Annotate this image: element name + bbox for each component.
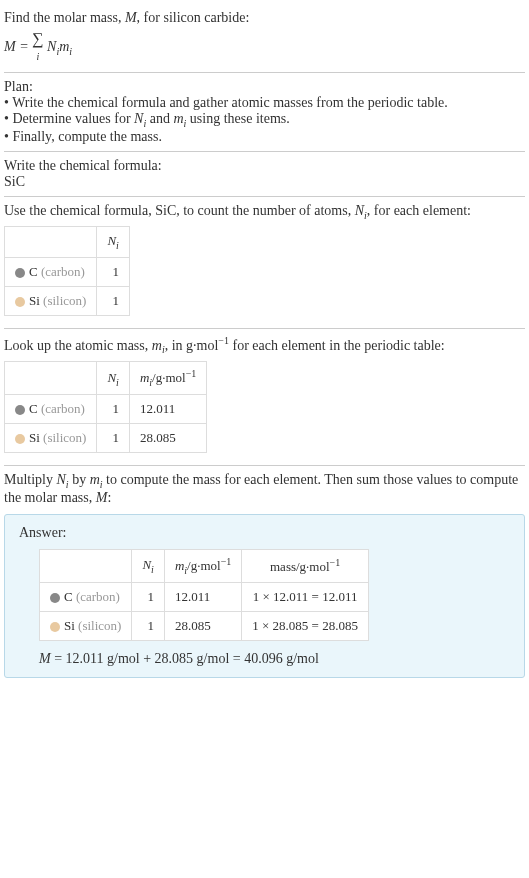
formula-m-sub: i: [69, 46, 72, 57]
sigma-icon: ∑: [32, 30, 43, 47]
mi-cell: 12.011: [164, 583, 241, 612]
table-row: Si (silicon) 1 28.085 1 × 28.085 = 28.08…: [40, 612, 369, 641]
chem-formula-value: SiC: [4, 174, 525, 190]
table-header-row: Ni: [5, 227, 130, 258]
intro-section: Find the molar mass, M, for silicon carb…: [4, 4, 525, 73]
count-text: Use the chemical formula, SiC, to count …: [4, 203, 525, 221]
lookup-section: Look up the atomic mass, mi, in g·mol−1 …: [4, 329, 525, 466]
count-table: Ni C (carbon) 1 Si (silicon) 1: [4, 226, 130, 316]
carbon-dot-icon: [15, 405, 25, 415]
ni-header: Ni: [97, 362, 129, 395]
intro-line: Find the molar mass, M, for silicon carb…: [4, 10, 525, 26]
mi-header: mi/g·mol−1: [164, 550, 241, 583]
empty-header: [5, 227, 97, 258]
intro-var-M: M: [125, 10, 137, 25]
plan-bullet-1: • Write the chemical formula and gather …: [4, 95, 525, 111]
mass-cell: 1 × 12.011 = 12.011: [242, 583, 369, 612]
mi-header: mi/g·mol−1: [129, 362, 206, 395]
table-row: Si (silicon) 1: [5, 286, 130, 315]
silicon-dot-icon: [15, 297, 25, 307]
answer-table: Ni mi/g·mol−1 mass/g·mol−1 C (carbon) 1 …: [39, 549, 369, 641]
element-cell: C (carbon): [5, 395, 97, 424]
answer-section: Multiply Ni by mi to compute the mass fo…: [4, 466, 525, 692]
empty-header: [5, 362, 97, 395]
table-row: C (carbon) 1 12.011: [5, 395, 207, 424]
formula-eq: =: [16, 39, 32, 54]
formula-m: m: [59, 39, 69, 54]
plan-section: Plan: • Write the chemical formula and g…: [4, 73, 525, 152]
formula-M: M: [4, 39, 16, 54]
lookup-table: Ni mi/g·mol−1 C (carbon) 1 12.011 Si (si…: [4, 361, 207, 453]
mi-cell: 12.011: [129, 395, 206, 424]
table-row: C (carbon) 1: [5, 257, 130, 286]
element-cell: Si (silicon): [40, 612, 132, 641]
plan-bullet-3: • Finally, compute the mass.: [4, 129, 525, 145]
plan-title: Plan:: [4, 79, 525, 95]
answer-label: Answer:: [19, 525, 510, 541]
table-header-row: Ni mi/g·mol−1: [5, 362, 207, 395]
ni-cell: 1: [132, 612, 164, 641]
ni-cell: 1: [97, 286, 129, 315]
mass-cell: 1 × 28.085 = 28.085: [242, 612, 369, 641]
element-cell: Si (silicon): [5, 424, 97, 453]
ni-cell: 1: [97, 395, 129, 424]
intro-text: Find the molar mass,: [4, 10, 125, 25]
multiply-text: Multiply Ni by mi to compute the mass fo…: [4, 472, 525, 506]
ni-cell: 1: [97, 424, 129, 453]
intro-text-end: , for silicon carbide:: [137, 10, 250, 25]
plan-bullet-2: • Determine values for Ni and mi using t…: [4, 111, 525, 129]
table-header-row: Ni mi/g·mol−1 mass/g·mol−1: [40, 550, 369, 583]
mi-cell: 28.085: [164, 612, 241, 641]
table-row: C (carbon) 1 12.011 1 × 12.011 = 12.011: [40, 583, 369, 612]
chem-formula-title: Write the chemical formula:: [4, 158, 525, 174]
ni-header: Ni: [132, 550, 164, 583]
element-cell: Si (silicon): [5, 286, 97, 315]
mass-header: mass/g·mol−1: [242, 550, 369, 583]
element-cell: C (carbon): [5, 257, 97, 286]
molar-mass-formula: M = ∑i Nimi: [4, 30, 525, 66]
count-section: Use the chemical formula, SiC, to count …: [4, 197, 525, 329]
silicon-dot-icon: [50, 622, 60, 632]
final-equation: M = 12.011 g/mol + 28.085 g/mol = 40.096…: [39, 651, 510, 667]
empty-header: [40, 550, 132, 583]
answer-box: Answer: Ni mi/g·mol−1 mass/g·mol−1 C (ca…: [4, 514, 525, 678]
formula-N: N: [47, 39, 56, 54]
carbon-dot-icon: [50, 593, 60, 603]
chem-formula-section: Write the chemical formula: SiC: [4, 152, 525, 197]
ni-cell: 1: [97, 257, 129, 286]
element-cell: C (carbon): [40, 583, 132, 612]
carbon-dot-icon: [15, 268, 25, 278]
silicon-dot-icon: [15, 434, 25, 444]
lookup-text: Look up the atomic mass, mi, in g·mol−1 …: [4, 335, 525, 355]
table-row: Si (silicon) 1 28.085: [5, 424, 207, 453]
ni-header: Ni: [97, 227, 129, 258]
ni-cell: 1: [132, 583, 164, 612]
mi-cell: 28.085: [129, 424, 206, 453]
formula-sum-sub: i: [36, 51, 39, 62]
